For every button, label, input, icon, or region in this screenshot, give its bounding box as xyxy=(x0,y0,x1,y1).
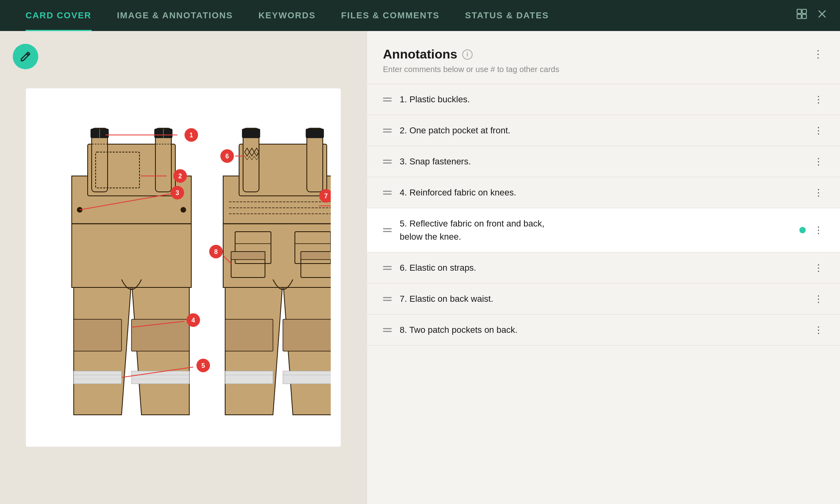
drag-handle[interactable] xyxy=(383,228,392,232)
svg-text:8: 8 xyxy=(214,248,218,255)
annotation-item: 2. One patch pocket at front.⋮ xyxy=(367,115,840,146)
annotation-item: 8. Two patch pockets on back.⋮ xyxy=(367,315,840,346)
annotation-item-more-button[interactable]: ⋮ xyxy=(814,262,824,273)
svg-rect-1 xyxy=(802,9,807,13)
annotation-item-more-button[interactable]: ⋮ xyxy=(814,156,824,167)
annotation-item: 6. Elastic on straps.⋮ xyxy=(367,252,840,283)
info-icon[interactable]: i xyxy=(462,49,473,60)
svg-rect-54 xyxy=(301,252,331,260)
svg-text:2: 2 xyxy=(179,173,182,180)
right-panel: Annotations i ⋮ Enter comments below or … xyxy=(367,31,840,504)
svg-rect-44 xyxy=(242,129,260,138)
left-panel: 1 2 3 4 5 xyxy=(0,31,367,504)
annotation-text: 5. Reflective fabric on front and back, … xyxy=(400,217,791,243)
annotations-header: Annotations i ⋮ Enter comments below or … xyxy=(367,47,840,84)
svg-text:6: 6 xyxy=(226,153,229,160)
svg-text:3: 3 xyxy=(176,189,179,196)
annotation-item: 4. Reinforced fabric on knees.⋮ xyxy=(367,177,840,208)
edit-button[interactable] xyxy=(13,44,38,69)
annotation-text: 7. Elastic on back waist. xyxy=(400,292,806,305)
svg-rect-59 xyxy=(283,371,331,384)
close-icon-button[interactable] xyxy=(817,9,827,22)
svg-rect-17 xyxy=(74,319,122,351)
annotation-item: 1. Plastic buckles.⋮ xyxy=(367,84,840,115)
svg-rect-45 xyxy=(306,129,324,138)
annotation-list: 1. Plastic buckles.⋮2. One patch pocket … xyxy=(367,84,840,346)
tab-image-annotations[interactable]: IMAGE & ANNOTATIONS xyxy=(104,0,246,31)
annotation-text: 2. One patch pocket at front. xyxy=(400,124,806,137)
drag-handle[interactable] xyxy=(383,328,392,332)
svg-rect-52 xyxy=(231,252,265,260)
annotation-item: 3. Snap fasteners.⋮ xyxy=(367,146,840,177)
annotations-more-button[interactable]: ⋮ xyxy=(813,48,824,61)
main-content: 1 2 3 4 5 xyxy=(0,31,840,504)
annotation-text: 8. Two patch pockets on back. xyxy=(400,323,806,336)
svg-rect-19 xyxy=(74,371,122,384)
svg-text:5: 5 xyxy=(202,362,205,369)
annotation-text: 4. Reinforced fabric on knees. xyxy=(400,186,806,199)
annotation-item-more-button[interactable]: ⋮ xyxy=(814,324,824,336)
tab-keywords[interactable]: KEYWORDS xyxy=(245,0,328,31)
grid-icon-button[interactable] xyxy=(796,8,807,22)
drag-handle[interactable] xyxy=(383,266,392,270)
annotation-text: 3. Snap fasteners. xyxy=(400,155,806,168)
svg-text:1: 1 xyxy=(190,132,193,139)
svg-text:4: 4 xyxy=(192,317,195,324)
annotation-item: 5. Reflective fabric on front and back, … xyxy=(367,208,840,252)
annotation-active-dot xyxy=(799,227,806,233)
tab-files-comments[interactable]: FILES & COMMENTS xyxy=(328,0,452,31)
image-container: 1 2 3 4 5 xyxy=(26,88,341,447)
svg-rect-57 xyxy=(225,371,273,384)
annotations-title-text: Annotations xyxy=(383,47,457,62)
svg-text:7: 7 xyxy=(324,193,328,199)
annotation-item-more-button[interactable]: ⋮ xyxy=(814,125,824,136)
svg-rect-55 xyxy=(225,319,273,351)
annotation-item-more-button[interactable]: ⋮ xyxy=(814,187,824,198)
drag-handle[interactable] xyxy=(383,129,392,133)
tab-card-cover[interactable]: CARD COVER xyxy=(13,0,104,31)
svg-rect-0 xyxy=(797,9,801,13)
annotation-item-more-button[interactable]: ⋮ xyxy=(814,293,824,305)
annotation-item-more-button[interactable]: ⋮ xyxy=(814,225,824,236)
drag-handle[interactable] xyxy=(383,160,392,164)
annotation-item: 7. Elastic on back waist.⋮ xyxy=(367,283,840,315)
annotations-subtitle: Enter comments below or use # to tag oth… xyxy=(383,65,824,74)
top-nav: CARD COVER IMAGE & ANNOTATIONS KEYWORDS … xyxy=(0,0,840,31)
svg-point-16 xyxy=(181,207,186,213)
svg-rect-22 xyxy=(131,371,189,384)
svg-rect-56 xyxy=(283,319,331,351)
drag-handle[interactable] xyxy=(383,191,392,195)
svg-rect-2 xyxy=(797,14,801,18)
nav-icons xyxy=(796,8,827,22)
svg-rect-3 xyxy=(802,14,807,18)
drag-handle[interactable] xyxy=(383,297,392,301)
tab-status-dates[interactable]: STATUS & DATES xyxy=(452,0,561,31)
annotations-title: Annotations i xyxy=(383,47,473,62)
drag-handle[interactable] xyxy=(383,98,392,102)
annotation-text: 6. Elastic on straps. xyxy=(400,261,806,274)
annotation-text: 1. Plastic buckles. xyxy=(400,93,806,106)
annotation-item-more-button[interactable]: ⋮ xyxy=(814,94,824,105)
